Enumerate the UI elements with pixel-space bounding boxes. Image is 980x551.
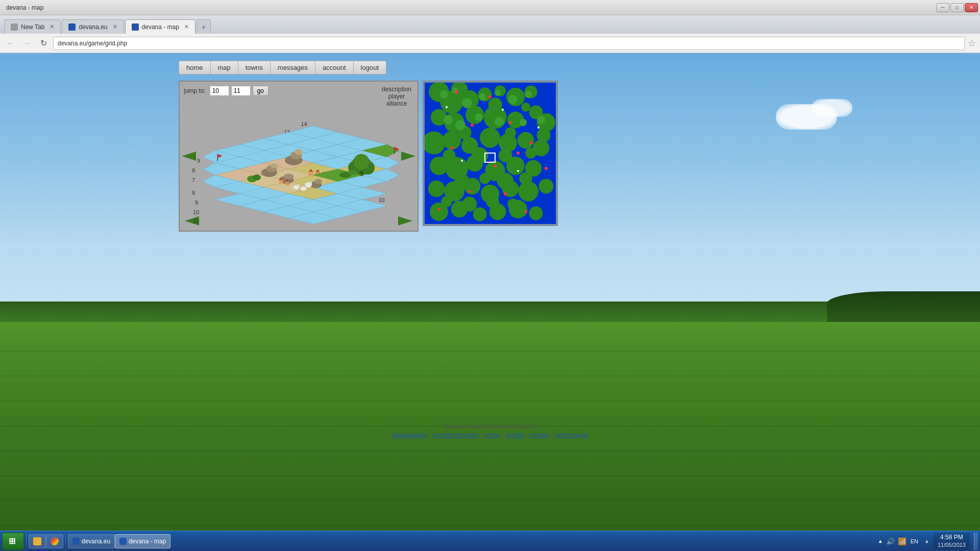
tab-close-devana[interactable]: ✕ <box>113 23 117 30</box>
taskbar-divider-2 <box>65 534 66 549</box>
expand-icon[interactable]: ▲ <box>924 538 929 544</box>
maximize-button[interactable]: □ <box>950 3 964 12</box>
svg-text:8: 8 <box>192 190 195 196</box>
map-panel: jump to: go description player alliance <box>179 81 419 232</box>
nav-menu: home map towns messages account logout <box>179 61 980 74</box>
taskbar-window-label: devana.eu <box>82 538 110 545</box>
nav-messages[interactable]: messages <box>270 61 315 74</box>
mini-map-canvas <box>424 82 557 225</box>
tab-devana-eu[interactable]: devana.eu ✕ <box>62 19 124 34</box>
forward-button[interactable]: → <box>20 37 34 50</box>
tab-label: devana - map <box>142 23 179 31</box>
nav-home[interactable]: home <box>179 61 210 74</box>
nav-towns[interactable]: towns <box>238 61 270 74</box>
footer-link-contact[interactable]: contact <box>529 432 549 439</box>
nav-map[interactable]: map <box>210 61 238 74</box>
svg-point-75 <box>253 174 261 181</box>
svg-point-68 <box>314 179 322 184</box>
go-button[interactable]: go <box>253 86 268 96</box>
field-row <box>0 351 980 352</box>
footer-link-admin-panel[interactable]: admin panel <box>555 432 588 439</box>
footer-link-terms[interactable]: terms <box>485 432 500 439</box>
svg-text:11: 11 <box>193 218 199 224</box>
tab-close-devana-map[interactable]: ✕ <box>184 23 189 30</box>
svg-point-66 <box>284 173 293 180</box>
footer-link-devanapedia[interactable]: devanapedia <box>391 432 427 439</box>
window-controls: ─ □ ✕ <box>936 3 978 12</box>
window-title: devana - map <box>2 4 936 11</box>
svg-text:8: 8 <box>192 167 195 173</box>
nav-logout[interactable]: logout <box>353 61 386 74</box>
jump-x-input[interactable] <box>210 86 229 96</box>
jump-label: jump to: <box>184 87 206 94</box>
taskbar-window-devana-eu[interactable]: devana.eu <box>68 534 115 548</box>
taskbar-divider <box>26 534 27 549</box>
refresh-button[interactable]: ↻ <box>37 37 50 50</box>
svg-text:9: 9 <box>195 199 198 206</box>
jump-controls: jump to: go <box>184 86 413 96</box>
footer-link-combat-simulator[interactable]: combat simulator <box>432 432 479 439</box>
title-bar: devana - map ─ □ ✕ <box>0 0 980 15</box>
page-background: home map towns messages account logout j… <box>0 53 980 551</box>
footer-link-credits[interactable]: credits <box>506 432 524 439</box>
svg-text:10: 10 <box>379 197 385 203</box>
bookmark-button[interactable]: ☆ <box>968 38 976 49</box>
devana-map-taskbar-icon <box>119 538 127 545</box>
browser-window: devana - map ─ □ ✕ New Tab ✕ devana.eu ✕… <box>0 0 980 551</box>
windows-icon: ⊞ <box>9 536 15 546</box>
devana-favicon <box>68 23 76 31</box>
tray-expand-button[interactable]: ▲ <box>878 538 883 544</box>
mini-map-panel <box>423 81 558 226</box>
svg-point-87 <box>309 182 312 185</box>
iso-map-svg: 9 8 7 8 9 10 11 12 14 13 12 <box>184 99 413 227</box>
tab-close-new-tab[interactable]: ✕ <box>50 23 54 30</box>
iso-map: 9 8 7 8 9 10 11 12 14 13 12 <box>184 99 413 227</box>
game-content: home map towns messages account logout j… <box>0 53 980 232</box>
clock-time: 4:58 PM <box>938 534 966 542</box>
footer-links: devanapedia | combat simulator | terms |… <box>0 432 980 439</box>
footer: devana created by Andrei Busuioc devanap… <box>0 423 980 439</box>
svg-point-64 <box>271 163 277 168</box>
close-button[interactable]: ✕ <box>965 3 978 12</box>
taskbar-window-devana-map[interactable]: devana - map <box>115 534 170 548</box>
minimize-button[interactable]: ─ <box>936 3 949 12</box>
taskbar-explorer[interactable] <box>29 534 46 548</box>
svg-rect-82 <box>279 180 283 184</box>
taskbar-right: ▲ 🔊 📶 EN ▲ 4:58 PM 11/05/2013 <box>878 533 978 550</box>
explorer-icon <box>33 537 41 545</box>
language-indicator: EN <box>911 538 918 544</box>
show-desktop-button[interactable] <box>974 533 978 550</box>
field-row <box>0 500 980 501</box>
svg-text:9: 9 <box>197 158 200 164</box>
jump-y-input[interactable] <box>231 86 251 96</box>
footer-credit: devana created by Andrei Busuioc <box>0 423 980 430</box>
nav-account[interactable]: account <box>315 61 353 74</box>
taskbar-chrome[interactable] <box>46 534 63 548</box>
tabs-bar: New Tab ✕ devana.eu ✕ devana - map ✕ + <box>0 15 980 34</box>
tab-new-tab[interactable]: New Tab ✕ <box>4 19 61 34</box>
start-button[interactable]: ⊞ <box>2 533 24 550</box>
tray-icon-1: 🔊 <box>886 537 895 545</box>
svg-text:7: 7 <box>192 177 195 183</box>
back-button[interactable]: ← <box>4 37 17 50</box>
panels-row: jump to: go description player alliance <box>179 81 980 232</box>
new-tab-favicon <box>11 23 18 31</box>
new-tab-button[interactable]: + <box>197 19 211 34</box>
field-row <box>0 450 980 452</box>
address-bar: ← → ↻ ☆ <box>0 34 980 53</box>
field-row <box>0 525 980 526</box>
address-input[interactable] <box>53 37 965 50</box>
chrome-icon <box>51 537 59 545</box>
svg-text:10: 10 <box>193 209 199 215</box>
tray-icon-2: 📶 <box>898 537 906 545</box>
system-tray: ▲ 🔊 📶 <box>878 537 906 545</box>
svg-rect-76 <box>308 171 313 177</box>
tab-devana-map[interactable]: devana - map ✕ <box>125 19 195 34</box>
taskbar-window-label: devana - map <box>129 538 166 545</box>
svg-rect-84 <box>285 182 289 185</box>
tab-label: devana.eu <box>79 23 107 31</box>
devana-map-favicon <box>132 23 139 31</box>
clock-area[interactable]: 4:58 PM 11/05/2013 <box>934 533 970 550</box>
field-row <box>0 475 980 477</box>
description-label: description <box>382 86 411 93</box>
